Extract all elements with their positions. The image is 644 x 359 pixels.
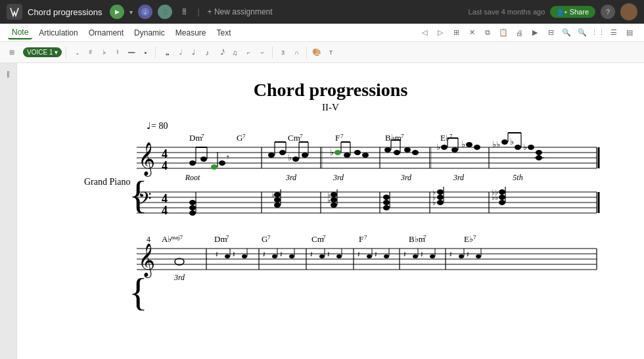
bass-note-4a [383, 195, 390, 200]
chord-g7-super: 7 [242, 133, 246, 139]
menu-text[interactable]: Text [212, 27, 235, 39]
note-4d [412, 150, 419, 155]
new-assignment-button[interactable]: + New assignment [208, 7, 273, 16]
rest-icon[interactable]: ━━ [126, 47, 137, 59]
page-icon[interactable]: ▤ [623, 26, 636, 39]
beam-icon[interactable]: ⌐ [242, 47, 254, 59]
position-3rd-3: 3rd [400, 173, 412, 182]
tune-icon[interactable]: 🎚 [177, 5, 192, 19]
whole-note-icon[interactable]: 𝅝 [160, 47, 172, 59]
text-tool-icon[interactable]: T [325, 47, 336, 59]
note-3c [354, 150, 361, 155]
app-logo[interactable] [7, 4, 22, 20]
panel-collapse-button[interactable]: ‖ [2, 67, 15, 80]
s2-note-7b [476, 254, 481, 258]
bass-note-2c [274, 203, 281, 208]
score-area[interactable]: Chord progressions II-V ♩= 80 Dm 7 G 7 C… [17, 63, 644, 359]
zoom-out-icon[interactable]: 🔍 [576, 26, 589, 39]
sharp-icon[interactable]: ♯ [84, 47, 96, 59]
menu-note[interactable]: Note [8, 26, 32, 39]
s2-rest-6a: 𝄽 [403, 252, 406, 257]
document-title: Chord progressions [28, 7, 102, 17]
menu-ornament[interactable]: Ornament [85, 27, 127, 39]
tuplet-icon[interactable]: 3 [277, 47, 288, 59]
note-6e [536, 155, 542, 160]
print-icon[interactable]: 🖨 [513, 26, 526, 39]
avatar2-icon[interactable]: 🎵 [158, 5, 172, 19]
quarter-note-icon[interactable]: ♩ [187, 47, 199, 59]
position-3rd-4: 3rd [453, 173, 465, 182]
tempo-note-icon: ♩= 80 [147, 121, 168, 131]
natural-icon[interactable]: ♮ [112, 47, 124, 59]
play-button[interactable]: ▶ [110, 5, 124, 19]
bass-note-5b [437, 195, 444, 200]
chord-f7-label: F [335, 133, 340, 143]
bass-note-3a [331, 192, 337, 197]
zoom-in-icon[interactable]: 🔍 [560, 26, 573, 39]
bass-note-3b [331, 197, 337, 203]
chord2-g7-super: 7 [267, 234, 271, 241]
play-dropdown-icon[interactable]: ▾ [129, 9, 133, 16]
left-panel: ‖ [0, 63, 17, 359]
chord2-eb7-label: E♭ [464, 234, 473, 244]
note-5a [441, 145, 448, 150]
svg-text:♩: ♩ [144, 9, 147, 15]
sidebar-toggle-button[interactable]: ⊞ [5, 46, 18, 59]
undo-icon[interactable]: ◁ [418, 26, 431, 39]
chord2-f7-label: F [359, 234, 363, 244]
note-4b [394, 150, 400, 155]
score-subtitle-text: II-V [322, 102, 339, 112]
dot-icon[interactable]: • [139, 47, 151, 59]
tie-icon[interactable]: ∩ [290, 47, 302, 59]
note-6b [515, 145, 521, 150]
half-note-icon[interactable]: 𝅗𝅥 [173, 47, 185, 59]
play2-icon[interactable]: ▶ [528, 26, 541, 39]
mixer-icon[interactable]: ⋮⋮ [591, 26, 605, 39]
position-3rd-1: 3rd [285, 173, 297, 182]
bass-note-4c [383, 205, 390, 210]
separator-4 [306, 47, 307, 59]
share-button[interactable]: 👤+ Share [550, 6, 595, 18]
toolbar: ⊞ VOICE 1 ▾ 𝅗 ♯ ♭ ♮ ━━ • 𝅝 𝅗𝅥 ♩ ♪ 𝅘𝅥𝅯 ♫ … [0, 42, 644, 63]
chord-f7-super: 7 [340, 133, 344, 139]
paste-icon[interactable]: 📋 [497, 26, 510, 39]
chord-bbm7-label: B♭m [385, 133, 402, 143]
flat-sign-3: ♭ [436, 142, 440, 152]
menu-measure[interactable]: Measure [172, 27, 210, 39]
user-avatar[interactable] [620, 3, 637, 20]
note-group-icon[interactable]: ♫ [229, 47, 241, 59]
avatar-icon[interactable]: ♩ [138, 5, 152, 19]
menu-dynamic[interactable]: Dynamic [130, 27, 169, 39]
delete-icon[interactable]: ✕ [465, 26, 478, 39]
scroll-icon[interactable]: ☰ [607, 26, 620, 39]
layout-icon[interactable]: ⊟ [544, 26, 557, 39]
voice-selector[interactable]: VOICE 1 ▾ [23, 47, 62, 57]
s2-rest-2b: 𝄽 [233, 252, 235, 257]
bass-note-2b [274, 197, 281, 203]
redo-icon[interactable]: ▷ [434, 26, 447, 39]
flat-icon[interactable]: ♭ [98, 47, 110, 59]
bass-note-6b [499, 195, 505, 200]
s2-note-2b [242, 254, 247, 258]
s2-rest-6b: 𝄽 [421, 252, 423, 257]
bass-note-4b [383, 200, 390, 205]
note-1b [200, 156, 207, 162]
view-icon[interactable]: ⊞ [449, 26, 463, 39]
position-5th: 5th [513, 173, 522, 182]
chord2-eb7-super: 7 [473, 234, 476, 241]
note-3b [344, 153, 350, 158]
eighth-note-icon[interactable]: ♪ [201, 47, 213, 59]
note-input-icon[interactable]: 𝅗 [70, 47, 82, 59]
separator-1 [66, 47, 66, 59]
position-3rd-2: 3rd [333, 173, 344, 182]
bass-note-2a [274, 192, 281, 197]
copy-icon[interactable]: ⧉ [481, 26, 494, 39]
sixteenth-note-icon[interactable]: 𝅘𝅥𝅯 [215, 47, 227, 59]
separator-3 [272, 47, 273, 59]
slur-icon[interactable]: ⌣ [256, 47, 268, 59]
menu-articulation[interactable]: Articulation [35, 27, 81, 39]
note-2b [279, 150, 286, 155]
help-button[interactable]: ? [601, 5, 615, 19]
color-icon[interactable]: 🎨 [311, 47, 323, 59]
note-1d [219, 160, 225, 166]
